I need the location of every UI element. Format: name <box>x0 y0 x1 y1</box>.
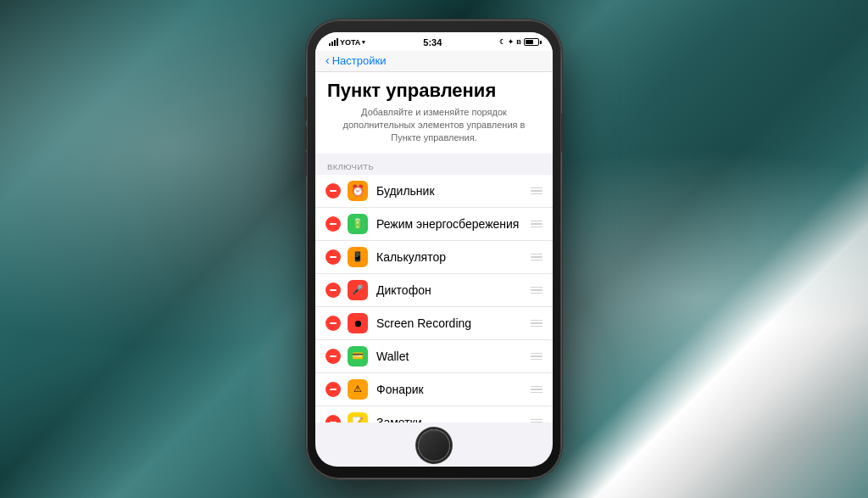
include-section: ⏰ Будильник 🔋 Режим энергосбережения 📱 К <box>315 175 553 422</box>
screen-recording-icon: ⏺ <box>348 313 368 333</box>
drag-handle[interactable] <box>531 187 542 195</box>
list-item: 🔋 Режим энергосбережения <box>315 208 553 241</box>
remove-notes-button[interactable] <box>326 415 341 422</box>
remove-calculator-button[interactable] <box>326 249 341 265</box>
drag-handle[interactable] <box>531 386 542 394</box>
alarm-label: Будильник <box>376 184 526 198</box>
moon-icon: ☾ <box>499 38 505 46</box>
list-item: 📱 Калькулятор <box>315 241 553 274</box>
phone-screen: YOTA ▾ 5:34 ☾ ✦ B ‹ Настройки <box>315 32 553 467</box>
remove-flashlight-button[interactable] <box>326 382 341 397</box>
home-button-area <box>315 422 553 467</box>
wallet-icon: 💳 <box>348 346 368 367</box>
alarm-icon: ⏰ <box>348 181 368 201</box>
remove-wallet-button[interactable] <box>326 349 341 364</box>
flashlight-icon: ⚠ <box>348 379 368 400</box>
list-item: 💳 Wallet <box>315 340 553 373</box>
battery-icon <box>524 38 539 46</box>
status-right: ☾ ✦ B <box>499 38 539 46</box>
signal-icon <box>329 38 338 46</box>
back-button[interactable]: ‹ Настройки <box>326 54 542 67</box>
notes-label: Заметки <box>376 416 526 422</box>
page-title: Пункт управления <box>327 81 541 101</box>
calculator-icon: 📱 <box>348 247 368 267</box>
calculator-label: Калькулятор <box>376 250 526 264</box>
remove-alarm-button[interactable] <box>326 183 341 199</box>
drag-handle[interactable] <box>531 320 542 327</box>
nav-bar: ‹ Настройки <box>315 51 553 72</box>
list-item: ⚠ Фонарик <box>315 373 553 406</box>
drag-handle[interactable] <box>531 254 542 261</box>
bluetooth-icon: B <box>516 38 521 46</box>
list-item: ⏺ Screen Recording <box>315 307 553 340</box>
list-item: 🎤 Диктофон <box>315 274 553 307</box>
notes-icon: 📝 <box>348 412 368 422</box>
drag-handle[interactable] <box>531 287 542 294</box>
remove-voice-button[interactable] <box>326 283 341 298</box>
drag-handle[interactable] <box>531 221 542 228</box>
page-description: Добавляйте и изменяйте порядок дополните… <box>327 106 541 145</box>
drag-handle[interactable] <box>531 419 542 422</box>
section-header-include: ВКЛЮЧИТЬ <box>315 154 553 175</box>
carrier-label: YOTA <box>340 38 360 47</box>
battery-saver-icon: 🔋 <box>348 214 368 234</box>
remove-screenrec-button[interactable] <box>326 316 341 331</box>
page-header: Пункт управления Добавляйте и изменяйте … <box>315 72 553 154</box>
voice-memo-icon: 🎤 <box>348 280 368 300</box>
status-left: YOTA ▾ <box>329 38 365 47</box>
phone-frame: YOTA ▾ 5:34 ☾ ✦ B ‹ Настройки <box>307 20 561 478</box>
phone-body: YOTA ▾ 5:34 ☾ ✦ B ‹ Настройки <box>307 20 561 478</box>
list-item: 📝 Заметки <box>315 406 553 422</box>
drag-handle[interactable] <box>531 353 542 361</box>
dropdown-icon: ▾ <box>362 39 365 46</box>
status-bar: YOTA ▾ 5:34 ☾ ✦ B <box>315 32 553 51</box>
time-display: 5:34 <box>423 37 442 48</box>
back-label: Настройки <box>332 54 387 67</box>
voice-label: Диктофон <box>376 283 526 297</box>
home-button[interactable] <box>418 429 450 462</box>
content-area[interactable]: Пункт управления Добавляйте и изменяйте … <box>315 72 553 422</box>
flashlight-label: Фонарик <box>376 383 526 396</box>
battery-fill <box>526 40 533 44</box>
back-chevron-icon: ‹ <box>326 54 330 66</box>
screenrec-label: Screen Recording <box>376 316 526 330</box>
battery-label: Режим энергосбережения <box>376 217 526 231</box>
wifi-icon: ✦ <box>508 38 514 46</box>
wallet-label: Wallet <box>376 350 526 363</box>
remove-battery-button[interactable] <box>326 216 341 232</box>
list-item: ⏰ Будильник <box>315 175 553 208</box>
